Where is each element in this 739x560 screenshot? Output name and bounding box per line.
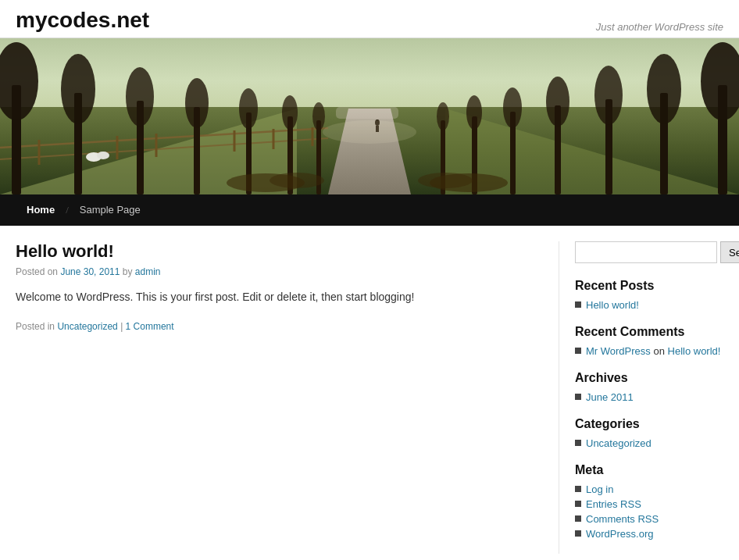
site-title: mycodes.net bbox=[16, 8, 149, 33]
archive-link-1[interactable]: June 2011 bbox=[586, 391, 634, 403]
bullet-icon bbox=[575, 440, 581, 446]
post-date-link[interactable]: June 30, 2011 bbox=[60, 266, 120, 277]
post-title: Hello world! bbox=[16, 241, 535, 262]
list-item: Mr WordPress on Hello world! bbox=[575, 345, 723, 357]
list-item: Hello world! bbox=[575, 299, 723, 311]
meta-link-login[interactable]: Log in bbox=[586, 483, 613, 495]
bullet-icon bbox=[575, 515, 581, 522]
post-comments-link[interactable]: 1 Comment bbox=[126, 321, 174, 332]
bullet-icon bbox=[575, 501, 581, 507]
svg-point-51 bbox=[97, 152, 109, 159]
bullet-icon bbox=[575, 301, 581, 308]
svg-point-34 bbox=[594, 66, 623, 125]
sidebar-section-title-recent-posts: Recent Posts bbox=[575, 279, 723, 293]
svg-rect-52 bbox=[336, 107, 398, 119]
meta-link-entries-rss[interactable]: Entries RSS bbox=[586, 498, 641, 510]
post-category-link[interactable]: Uncategorized bbox=[57, 321, 117, 332]
post-meta: Posted on June 30, 2011 by admin bbox=[16, 266, 535, 277]
list-item: Entries RSS bbox=[575, 498, 723, 510]
sidebar-section-title-archives: Archives bbox=[575, 371, 723, 385]
post-footer-prefix: Posted in bbox=[16, 321, 55, 332]
search-button[interactable]: Search bbox=[720, 241, 739, 263]
post-footer: Posted in Uncategorized | 1 Comment bbox=[16, 321, 535, 332]
post-meta-label: Posted on bbox=[16, 266, 58, 277]
svg-point-28 bbox=[312, 102, 325, 130]
bullet-icon bbox=[575, 530, 581, 537]
list-item: Log in bbox=[575, 483, 723, 495]
sidebar-archives-list: June 2011 bbox=[575, 391, 723, 403]
list-item: Comments RSS bbox=[575, 513, 723, 525]
meta-link-comments-rss[interactable]: Comments RSS bbox=[586, 513, 659, 525]
list-item: Uncategorized bbox=[575, 437, 723, 449]
post-body: Welcome to WordPress. This is your first… bbox=[16, 288, 535, 305]
svg-point-38 bbox=[503, 87, 522, 128]
main-nav: Home / Sample Page bbox=[0, 194, 739, 226]
svg-point-47 bbox=[270, 173, 324, 188]
sidebar-recent-posts-list: Hello world! bbox=[575, 299, 723, 311]
svg-point-26 bbox=[282, 95, 298, 130]
sidebar-section-title-recent-comments: Recent Comments bbox=[575, 325, 723, 339]
svg-point-22 bbox=[185, 78, 209, 128]
sidebar-section-title-categories: Categories bbox=[575, 417, 723, 431]
search-input[interactable] bbox=[575, 241, 717, 263]
sidebar-section-recent-comments: Recent Comments Mr WordPress on Hello wo… bbox=[575, 325, 723, 357]
svg-point-49 bbox=[418, 173, 473, 188]
sidebar-section-title-meta: Meta bbox=[575, 463, 723, 477]
hero-image bbox=[0, 38, 739, 194]
svg-point-36 bbox=[546, 77, 569, 127]
hero-svg bbox=[0, 38, 739, 194]
hero-scene bbox=[0, 38, 739, 194]
sidebar: Search Recent Posts Hello world! Recent … bbox=[559, 241, 723, 554]
site-tagline: Just another WordPress site bbox=[596, 21, 723, 33]
svg-point-20 bbox=[126, 67, 154, 127]
bullet-icon bbox=[575, 348, 581, 354]
sidebar-section-recent-posts: Recent Posts Hello world! bbox=[575, 279, 723, 311]
meta-link-wordpress[interactable]: WordPress.org bbox=[586, 528, 653, 540]
sidebar-recent-comments-list: Mr WordPress on Hello world! bbox=[575, 345, 723, 357]
sidebar-section-meta: Meta Log in Entries RSS Comments RSS bbox=[575, 463, 723, 540]
comment-suffix: on bbox=[651, 345, 668, 357]
nav-item-sample-page[interactable]: Sample Page bbox=[69, 194, 152, 226]
list-item: WordPress.org bbox=[575, 528, 723, 540]
list-item: June 2011 bbox=[575, 391, 723, 403]
category-link-1[interactable]: Uncategorized bbox=[586, 437, 652, 449]
svg-point-42 bbox=[437, 102, 449, 130]
nav-item-home[interactable]: Home bbox=[16, 194, 66, 226]
sidebar-section-categories: Categories Uncategorized bbox=[575, 417, 723, 449]
sidebar-meta-list: Log in Entries RSS Comments RSS WordPres… bbox=[575, 483, 723, 540]
svg-rect-0 bbox=[0, 38, 739, 109]
sidebar-search: Search bbox=[575, 241, 723, 263]
comment-post-link[interactable]: Hello world! bbox=[668, 345, 721, 357]
bullet-icon bbox=[575, 486, 581, 492]
sidebar-section-archives: Archives June 2011 bbox=[575, 371, 723, 403]
svg-point-32 bbox=[647, 54, 681, 124]
main-content: Hello world! Posted on June 30, 2011 by … bbox=[16, 241, 559, 554]
svg-point-24 bbox=[239, 88, 258, 129]
bullet-icon bbox=[575, 394, 581, 400]
svg-point-45 bbox=[323, 120, 416, 144]
sidebar-categories-list: Uncategorized bbox=[575, 437, 723, 449]
post-by: by bbox=[123, 266, 135, 277]
svg-point-40 bbox=[466, 95, 482, 130]
recent-post-link-1[interactable]: Hello world! bbox=[586, 299, 639, 311]
post-author-link[interactable]: admin bbox=[135, 266, 161, 277]
comment-item: Mr WordPress on Hello world! bbox=[586, 345, 720, 357]
commenter-link[interactable]: Mr WordPress bbox=[586, 345, 651, 357]
svg-point-18 bbox=[61, 54, 95, 124]
